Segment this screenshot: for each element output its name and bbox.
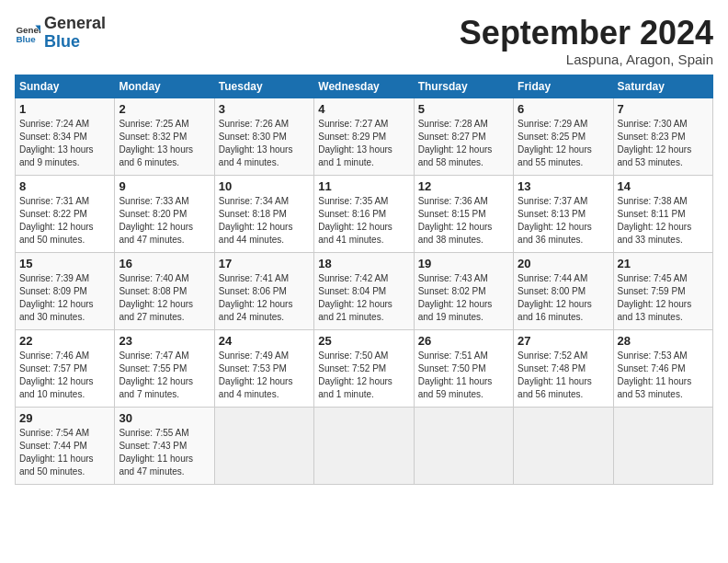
header-cell-tuesday: Tuesday [214,75,313,98]
calendar-day: 28 Sunrise: 7:53 AM Sunset: 7:46 PM Dayl… [613,329,712,407]
header-cell-thursday: Thursday [414,75,513,98]
logo: General Blue General Blue [15,15,106,52]
day-info: Sunrise: 7:24 AM Sunset: 8:34 PM Dayligh… [19,118,110,169]
month-title: September 2024 [460,15,713,52]
day-info: Sunrise: 7:49 AM Sunset: 7:53 PM Dayligh… [219,350,310,401]
calendar-week-4: 22 Sunrise: 7:46 AM Sunset: 7:57 PM Dayl… [16,329,713,407]
calendar-day: 13 Sunrise: 7:37 AM Sunset: 8:13 PM Dayl… [514,175,613,252]
day-number: 12 [418,179,509,193]
logo-icon: General Blue [15,20,40,46]
day-info: Sunrise: 7:45 AM Sunset: 7:59 PM Dayligh… [618,272,709,324]
calendar-day: 9 Sunrise: 7:33 AM Sunset: 8:20 PM Dayli… [115,175,214,252]
calendar-day: 18 Sunrise: 7:42 AM Sunset: 8:04 PM Dayl… [314,252,414,329]
header-cell-wednesday: Wednesday [314,75,414,98]
calendar-day: 19 Sunrise: 7:43 AM Sunset: 8:02 PM Dayl… [414,252,513,329]
day-number: 27 [518,334,609,348]
day-info: Sunrise: 7:44 AM Sunset: 8:00 PM Dayligh… [518,272,609,324]
calendar-week-2: 8 Sunrise: 7:31 AM Sunset: 8:22 PM Dayli… [16,175,713,252]
day-info: Sunrise: 7:51 AM Sunset: 7:50 PM Dayligh… [418,350,509,401]
location-title: Laspuna, Aragon, Spain [460,52,713,67]
calendar-day [314,407,414,484]
calendar-day: 25 Sunrise: 7:50 AM Sunset: 7:52 PM Dayl… [314,329,414,407]
day-info: Sunrise: 7:50 AM Sunset: 7:52 PM Dayligh… [318,350,409,401]
page-header: General Blue General Blue September 2024… [15,15,713,67]
calendar-table: SundayMondayTuesdayWednesdayThursdayFrid… [15,75,713,485]
day-number: 13 [518,179,609,193]
day-info: Sunrise: 7:33 AM Sunset: 8:20 PM Dayligh… [119,195,210,247]
calendar-day: 24 Sunrise: 7:49 AM Sunset: 7:53 PM Dayl… [214,329,313,407]
calendar-body: 1 Sunrise: 7:24 AM Sunset: 8:34 PM Dayli… [16,98,713,484]
day-number: 24 [219,334,310,348]
day-info: Sunrise: 7:34 AM Sunset: 8:18 PM Dayligh… [219,195,310,247]
calendar-day: 16 Sunrise: 7:40 AM Sunset: 8:08 PM Dayl… [115,252,214,329]
calendar-day: 26 Sunrise: 7:51 AM Sunset: 7:50 PM Dayl… [414,329,513,407]
calendar-week-5: 29 Sunrise: 7:54 AM Sunset: 7:44 PM Dayl… [16,407,713,484]
day-info: Sunrise: 7:42 AM Sunset: 8:04 PM Dayligh… [318,272,409,324]
logo-text: General Blue [44,15,106,52]
calendar-week-1: 1 Sunrise: 7:24 AM Sunset: 8:34 PM Dayli… [16,98,713,175]
day-info: Sunrise: 7:52 AM Sunset: 7:48 PM Dayligh… [518,350,609,401]
day-number: 19 [418,257,509,270]
day-number: 23 [119,334,210,348]
day-info: Sunrise: 7:29 AM Sunset: 8:25 PM Dayligh… [518,118,609,169]
day-number: 4 [318,102,409,116]
day-info: Sunrise: 7:40 AM Sunset: 8:08 PM Dayligh… [119,272,210,324]
day-number: 25 [318,334,409,348]
day-info: Sunrise: 7:35 AM Sunset: 8:16 PM Dayligh… [318,195,409,247]
header-row: SundayMondayTuesdayWednesdayThursdayFrid… [16,75,713,98]
calendar-day: 11 Sunrise: 7:35 AM Sunset: 8:16 PM Dayl… [314,175,414,252]
day-number: 6 [518,102,609,116]
calendar-day: 21 Sunrise: 7:45 AM Sunset: 7:59 PM Dayl… [613,252,712,329]
day-info: Sunrise: 7:26 AM Sunset: 8:30 PM Dayligh… [219,118,310,169]
calendar-header: SundayMondayTuesdayWednesdayThursdayFrid… [16,75,713,98]
day-info: Sunrise: 7:46 AM Sunset: 7:57 PM Dayligh… [19,350,110,401]
calendar-day: 29 Sunrise: 7:54 AM Sunset: 7:44 PM Dayl… [16,407,115,484]
day-number: 2 [119,102,210,116]
calendar-day: 7 Sunrise: 7:30 AM Sunset: 8:23 PM Dayli… [613,98,712,175]
header-cell-friday: Friday [514,75,613,98]
day-info: Sunrise: 7:53 AM Sunset: 7:46 PM Dayligh… [618,350,709,401]
day-info: Sunrise: 7:55 AM Sunset: 7:43 PM Dayligh… [119,427,210,478]
calendar-day: 17 Sunrise: 7:41 AM Sunset: 8:06 PM Dayl… [214,252,313,329]
calendar-day: 23 Sunrise: 7:47 AM Sunset: 7:55 PM Dayl… [115,329,214,407]
calendar-day: 12 Sunrise: 7:36 AM Sunset: 8:15 PM Dayl… [414,175,513,252]
day-number: 1 [19,102,110,116]
calendar-week-3: 15 Sunrise: 7:39 AM Sunset: 8:09 PM Dayl… [16,252,713,329]
day-number: 5 [418,102,509,116]
day-number: 18 [318,257,409,270]
title-block: September 2024 Laspuna, Aragon, Spain [460,15,713,67]
day-info: Sunrise: 7:39 AM Sunset: 8:09 PM Dayligh… [19,272,110,324]
calendar-day: 4 Sunrise: 7:27 AM Sunset: 8:29 PM Dayli… [314,98,414,175]
header-cell-monday: Monday [115,75,214,98]
calendar-day: 8 Sunrise: 7:31 AM Sunset: 8:22 PM Dayli… [16,175,115,252]
day-info: Sunrise: 7:47 AM Sunset: 7:55 PM Dayligh… [119,350,210,401]
day-number: 14 [618,179,709,193]
calendar-day: 27 Sunrise: 7:52 AM Sunset: 7:48 PM Dayl… [514,329,613,407]
calendar-day: 3 Sunrise: 7:26 AM Sunset: 8:30 PM Dayli… [214,98,313,175]
day-info: Sunrise: 7:27 AM Sunset: 8:29 PM Dayligh… [318,118,409,169]
day-info: Sunrise: 7:38 AM Sunset: 8:11 PM Dayligh… [618,195,709,247]
day-info: Sunrise: 7:31 AM Sunset: 8:22 PM Dayligh… [19,195,110,247]
calendar-day: 2 Sunrise: 7:25 AM Sunset: 8:32 PM Dayli… [115,98,214,175]
day-number: 22 [19,334,110,348]
calendar-day [214,407,313,484]
calendar-day: 5 Sunrise: 7:28 AM Sunset: 8:27 PM Dayli… [414,98,513,175]
day-info: Sunrise: 7:30 AM Sunset: 8:23 PM Dayligh… [618,118,709,169]
calendar-day [514,407,613,484]
calendar-day [613,407,712,484]
day-number: 3 [219,102,310,116]
day-number: 11 [318,179,409,193]
calendar-day: 15 Sunrise: 7:39 AM Sunset: 8:09 PM Dayl… [16,252,115,329]
calendar-day: 14 Sunrise: 7:38 AM Sunset: 8:11 PM Dayl… [613,175,712,252]
day-number: 21 [618,257,709,270]
day-number: 7 [618,102,709,116]
day-number: 8 [19,179,110,193]
day-info: Sunrise: 7:37 AM Sunset: 8:13 PM Dayligh… [518,195,609,247]
day-info: Sunrise: 7:25 AM Sunset: 8:32 PM Dayligh… [119,118,210,169]
calendar-day: 1 Sunrise: 7:24 AM Sunset: 8:34 PM Dayli… [16,98,115,175]
day-info: Sunrise: 7:36 AM Sunset: 8:15 PM Dayligh… [418,195,509,247]
calendar-day: 20 Sunrise: 7:44 AM Sunset: 8:00 PM Dayl… [514,252,613,329]
calendar-day: 10 Sunrise: 7:34 AM Sunset: 8:18 PM Dayl… [214,175,313,252]
header-cell-saturday: Saturday [613,75,712,98]
day-number: 17 [219,257,310,270]
